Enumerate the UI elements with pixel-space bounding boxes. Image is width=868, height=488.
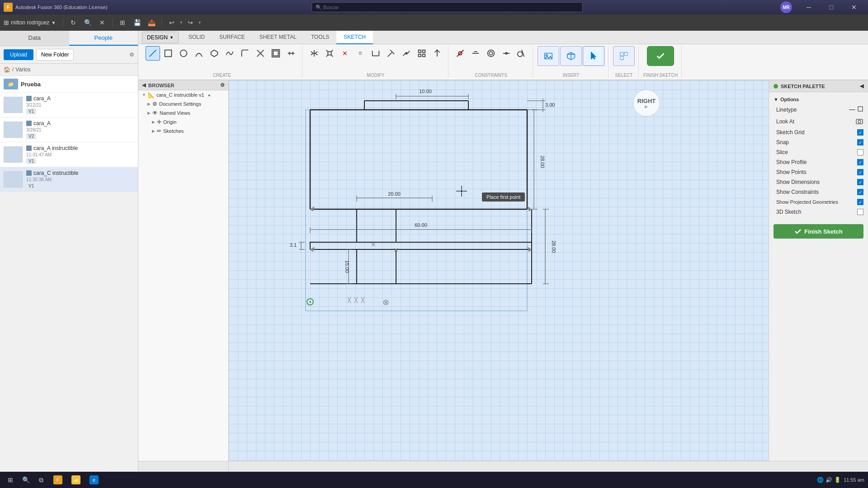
save-button[interactable]: 💾	[131, 16, 143, 29]
battery-icon[interactable]: 🔋	[834, 477, 841, 483]
insert-image-button[interactable]	[538, 46, 559, 66]
linetype-icon[interactable]	[848, 106, 863, 114]
look-at-row[interactable]: Look At	[769, 116, 868, 127]
trim-tool[interactable]	[253, 46, 268, 61]
snap-checkbox[interactable]	[857, 139, 863, 145]
project-tool[interactable]	[430, 46, 444, 61]
browser-doc-settings[interactable]: ▶ ⚙ Document Settings	[138, 99, 228, 108]
undo-button[interactable]: ↩	[165, 16, 178, 29]
list-item[interactable]: cara_A instructible 11:31:47 AM V1	[0, 142, 138, 167]
show-projected-checkbox[interactable]	[857, 199, 863, 205]
insert-3d-button[interactable]	[560, 46, 582, 66]
select-button[interactable]	[613, 46, 635, 66]
delete-tool[interactable]: ✕	[338, 46, 352, 61]
maximize-button[interactable]: □	[821, 0, 842, 14]
collapse-icon[interactable]: ◀	[860, 83, 863, 89]
show-profile-row[interactable]: Show Profile	[769, 157, 868, 167]
tab-sheet-metal[interactable]: SHEET METAL	[252, 31, 304, 44]
midpoint-constraint[interactable]	[499, 46, 514, 61]
task-view-button[interactable]: ⧉	[34, 473, 48, 487]
grid-view-button[interactable]: ⊞	[116, 16, 129, 29]
settings-icon[interactable]: ⚙	[129, 52, 134, 58]
snap-row[interactable]: Snap	[769, 137, 868, 147]
3d-sketch-row[interactable]: 3D Sketch	[769, 207, 868, 217]
equal-tool[interactable]: =	[353, 46, 368, 61]
show-points-checkbox[interactable]	[857, 169, 863, 175]
browser-root[interactable]: ▼ 📐 cara_C instructible v1 ●	[138, 90, 228, 99]
tab-data[interactable]: Data	[0, 31, 69, 46]
browser-collapse-icon[interactable]: ◀	[142, 82, 146, 88]
insert-cursor-button[interactable]	[583, 46, 604, 66]
break-tool[interactable]	[399, 46, 414, 61]
search-bar[interactable]: 🔍 Buscar	[311, 2, 583, 12]
look-at-icon[interactable]	[855, 117, 863, 126]
collinear-constraint[interactable]	[468, 46, 483, 61]
show-dimensions-row[interactable]: Show Dimensions	[769, 177, 868, 187]
show-projected-row[interactable]: Show Projected Geometries	[769, 197, 868, 207]
redo-button[interactable]: ↪	[184, 16, 197, 29]
taskbar-edge[interactable]: e	[86, 474, 102, 486]
3d-sketch-checkbox[interactable]	[857, 209, 863, 215]
sketch-grid-row[interactable]: Sketch Grid	[769, 127, 868, 137]
browser-settings-icon[interactable]: ⚙	[220, 82, 225, 88]
network-icon[interactable]: 🌐	[817, 477, 824, 483]
line-tool[interactable]	[146, 46, 160, 61]
extend-tool[interactable]	[384, 46, 398, 61]
spline-tool[interactable]	[222, 46, 237, 61]
user-name[interactable]: milton rodriguez	[11, 19, 49, 26]
refresh-button[interactable]: ↻	[67, 16, 80, 29]
sketch-grid-checkbox[interactable]	[857, 129, 863, 136]
slice-checkbox[interactable]	[857, 149, 863, 155]
linetype-row[interactable]: Linetype	[769, 104, 868, 116]
rectangle-array[interactable]	[415, 46, 429, 61]
finish-sketch-toolbar-button[interactable]	[647, 46, 674, 66]
taskbar-file-explorer[interactable]: 📁	[68, 474, 84, 486]
browser-origin[interactable]: ▶ ✛ Origin	[138, 117, 228, 127]
scale-tool[interactable]	[322, 46, 337, 61]
offset-tool[interactable]	[269, 46, 283, 61]
viewport[interactable]: RIGHT ▶ 3.00	[229, 80, 769, 461]
slice-row[interactable]: Slice	[769, 147, 868, 157]
clock[interactable]: 11:55 am	[844, 477, 864, 483]
concentric-constraint[interactable]	[484, 46, 498, 61]
show-constraints-row[interactable]: Show Constraints	[769, 187, 868, 197]
volume-icon[interactable]: 🔊	[826, 477, 832, 483]
close-panel-button[interactable]: ✕	[96, 16, 108, 29]
search-taskbar-button[interactable]: 🔍	[19, 473, 33, 487]
folder-prueba[interactable]: 📁 Prueba	[0, 76, 138, 93]
minimize-button[interactable]: ─	[798, 0, 819, 14]
tab-sketch[interactable]: SKETCH	[336, 31, 373, 44]
start-button[interactable]: ⊞	[4, 473, 17, 487]
tangent-constraint[interactable]	[514, 46, 529, 61]
tab-people[interactable]: People	[69, 31, 138, 46]
browser-sketches[interactable]: ▶ ✏ Sketches	[138, 127, 228, 136]
new-folder-button[interactable]: New Folder	[36, 49, 74, 61]
finish-sketch-button[interactable]: Finish Sketch	[774, 224, 863, 239]
show-points-row[interactable]: Show Points	[769, 167, 868, 177]
polygon-tool[interactable]	[207, 46, 222, 61]
breadcrumb-varios[interactable]: Varios	[15, 66, 30, 73]
arc-tool[interactable]	[192, 46, 206, 61]
search-icon[interactable]: 🔍	[81, 16, 94, 29]
sketch-canvas[interactable]: 3.00 10.00 20.00 60.00 28.00 28.00 3.1	[229, 80, 769, 461]
mirror-tool[interactable]	[307, 46, 321, 61]
home-icon[interactable]: 🏠	[4, 66, 10, 73]
fillet-tool[interactable]	[238, 46, 252, 61]
circle-tool[interactable]	[176, 46, 191, 61]
tab-tools[interactable]: TOOLS	[304, 31, 336, 44]
design-dropdown[interactable]: DESIGN ▼	[142, 32, 179, 43]
taskbar-fusion360[interactable]: F	[50, 474, 66, 486]
tab-surface[interactable]: SURFACE	[212, 31, 252, 44]
dimension-tool[interactable]	[368, 46, 383, 61]
rectangle-tool[interactable]	[161, 46, 175, 61]
options-header[interactable]: ▼ Options	[769, 95, 868, 104]
tab-solid[interactable]: SOLID	[181, 31, 212, 44]
list-item[interactable]: cara_A 3/28/21 V2	[0, 117, 138, 142]
upload-button[interactable]: Upload	[4, 49, 33, 60]
list-item[interactable]: cara_A 3/22/21 V1	[0, 93, 138, 117]
list-item[interactable]: cara_C instructible 11:35:38 AM V1	[0, 167, 138, 192]
close-button[interactable]: ✕	[844, 0, 864, 14]
browser-named-views[interactable]: ▶ 👁 Named Views	[138, 108, 228, 117]
coincident-constraint[interactable]	[453, 46, 467, 61]
export-button[interactable]: 📤	[145, 16, 158, 29]
